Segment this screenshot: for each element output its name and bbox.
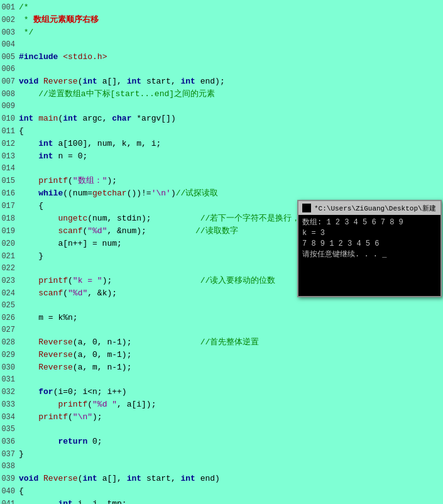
line-28: 028 Reverse(a, 0, n-1); //首先整体逆置 (0, 336, 443, 349)
line-37: 037 } (0, 448, 443, 461)
line-38: 038 (0, 461, 443, 473)
line-14: 014 (0, 163, 443, 175)
line-25: 025 (0, 300, 443, 312)
line-36: 036 return 0; (0, 436, 443, 448)
line-3: 003 */ (0, 26, 443, 39)
line-39: 039 void Reverse(int a[], int start, int… (0, 473, 443, 485)
terminal-window: *C:\Users\ZiGuang\Desktop\新建 数组: 1 2 3 4… (297, 200, 442, 297)
line-10: 010 int main(int argc, char *argv[]) (0, 112, 443, 125)
line-30: 030 Reverse(a, m, n-1); (0, 361, 443, 374)
line-6: 006 (0, 63, 443, 75)
line-2: 002 * 数组元素顺序右移 (0, 14, 443, 26)
line-13: 013 int n = 0; (0, 150, 443, 163)
line-29: 029 Reverse(a, 0, m-1); (0, 349, 443, 361)
terminal-title: *C:\Users\ZiGuang\Desktop\新建 (314, 204, 436, 213)
line-41: 041 int i, j, tmp; (0, 498, 443, 504)
line-7: 007 void Reverse(int a[], int start, int… (0, 75, 443, 88)
line-27: 027 (0, 324, 443, 336)
line-9: 009 (0, 101, 443, 112)
line-40: 040 { (0, 485, 443, 498)
terminal-line-3: 7 8 9 1 2 3 4 5 6 (302, 239, 437, 249)
terminal-titlebar: *C:\Users\ZiGuang\Desktop\新建 (298, 201, 440, 215)
line-31: 031 (0, 374, 443, 386)
line-5: 005 #include <stdio.h> (0, 51, 443, 63)
line-16: 016 while((num=getchar())!='\n')//试探读取 (0, 187, 443, 200)
code-editor: 001 /* 002 * 数组元素顺序右移 003 */ 004 005 #in… (0, 0, 443, 504)
terminal-body: 数组: 1 2 3 4 5 6 7 8 9 k = 3 7 8 9 1 2 3 … (298, 215, 440, 296)
line-8: 008 //逆置数组a中下标[start...end]之间的元素 (0, 88, 443, 101)
terminal-icon (302, 204, 311, 212)
line-33: 033 printf("%d ", a[i]); (0, 398, 443, 411)
terminal-line-4: 请按任意键继续. . . _ (302, 249, 437, 260)
line-34: 034 printf("\n"); (0, 411, 443, 424)
line-1: 001 /* (0, 1, 443, 14)
line-15: 015 printf("数组："); (0, 175, 443, 187)
terminal-line-2: k = 3 (302, 228, 437, 239)
line-26: 026 m = k%n; (0, 312, 443, 324)
line-35: 035 (0, 424, 443, 436)
line-32: 032 for(i=0; i<n; i++) (0, 386, 443, 398)
line-12: 012 int a[100], num, k, m, i; (0, 138, 443, 150)
terminal-line-1: 数组: 1 2 3 4 5 6 7 8 9 (302, 217, 437, 228)
line-11: 011 { (0, 125, 443, 138)
line-4: 004 (0, 39, 443, 51)
